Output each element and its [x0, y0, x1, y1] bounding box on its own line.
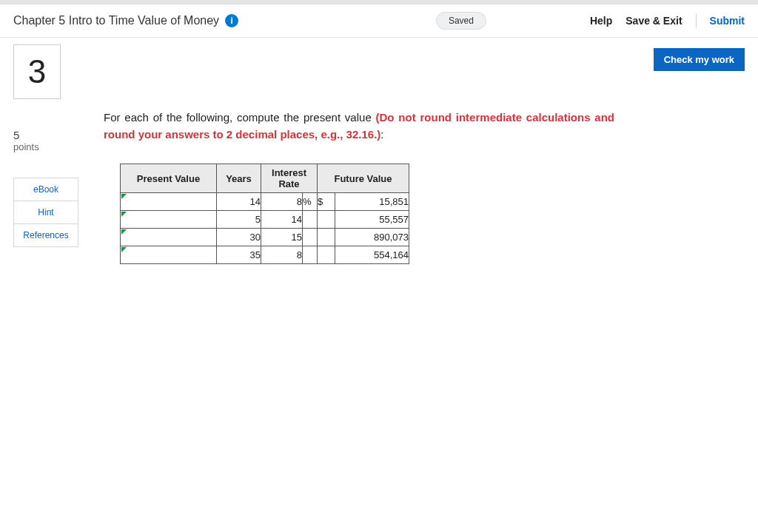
help-link[interactable]: Help — [590, 15, 612, 27]
input-marker-icon — [121, 194, 127, 199]
fv-currency — [318, 246, 335, 264]
page-title: Chapter 5 Intro to Time Value of Money — [13, 14, 219, 27]
years-cell: 35 — [217, 246, 261, 264]
rate-unit — [303, 246, 318, 264]
years-cell: 14 — [217, 193, 261, 211]
hint-button[interactable]: Hint — [13, 201, 78, 224]
table-row: 30 15 890,073 — [121, 229, 409, 246]
col-future-value: Future Value — [318, 164, 409, 193]
fv-cell: 554,164 — [335, 246, 409, 264]
rate-cell: 8 — [261, 246, 303, 264]
check-my-work-button[interactable]: Check my work — [654, 48, 745, 71]
save-exit-link[interactable]: Save & Exit — [625, 15, 682, 27]
present-value-input[interactable] — [121, 193, 217, 211]
col-present-value: Present Value — [121, 164, 217, 193]
points-value: 5 — [13, 129, 87, 141]
fv-currency: $ — [318, 193, 335, 211]
input-marker-icon — [121, 212, 127, 217]
input-marker-icon — [121, 247, 127, 252]
input-marker-icon — [121, 229, 127, 235]
question-number: 3 — [13, 44, 61, 99]
fv-currency — [318, 211, 335, 229]
ebook-button[interactable]: eBook — [13, 178, 78, 201]
fv-currency — [318, 229, 335, 246]
rate-unit — [303, 229, 318, 246]
years-cell: 30 — [217, 229, 261, 246]
table-row: 14 8 % $ 15,851 — [121, 193, 409, 211]
table-row: 5 14 55,557 — [121, 211, 409, 229]
rate-cell: 14 — [261, 211, 303, 229]
prompt-lead: For each of the following, compute the p… — [104, 111, 376, 124]
fv-cell: 890,073 — [335, 229, 409, 246]
question-prompt: For each of the following, compute the p… — [104, 110, 614, 143]
rate-unit — [303, 211, 318, 229]
answer-table: Present Value Years Interest Rate Future… — [120, 164, 409, 264]
rate-cell: 15 — [261, 229, 303, 246]
saved-indicator: Saved — [436, 12, 486, 30]
references-button[interactable]: References — [13, 223, 78, 247]
submit-link[interactable]: Submit — [710, 15, 745, 27]
present-value-input[interactable] — [121, 211, 217, 229]
col-interest-rate: Interest Rate — [261, 164, 318, 193]
header-separator — [696, 14, 697, 27]
present-value-input[interactable] — [121, 246, 217, 264]
header: Chapter 5 Intro to Time Value of Money i… — [0, 4, 758, 38]
present-value-input[interactable] — [121, 229, 217, 246]
col-years: Years — [217, 164, 261, 193]
rate-cell: 8 — [261, 193, 303, 211]
fv-cell: 15,851 — [335, 193, 409, 211]
content: For each of the following, compute the p… — [87, 71, 745, 264]
fv-cell: 55,557 — [335, 211, 409, 229]
rate-unit: % — [303, 193, 318, 211]
points-label: points — [13, 141, 87, 152]
info-icon[interactable]: i — [225, 14, 238, 27]
sidebar: 3 5 points eBook Hint References — [13, 71, 87, 264]
action-bar: Check my work — [0, 38, 758, 71]
years-cell: 5 — [217, 211, 261, 229]
prompt-tail: : — [380, 128, 383, 141]
table-row: 35 8 554,164 — [121, 246, 409, 264]
